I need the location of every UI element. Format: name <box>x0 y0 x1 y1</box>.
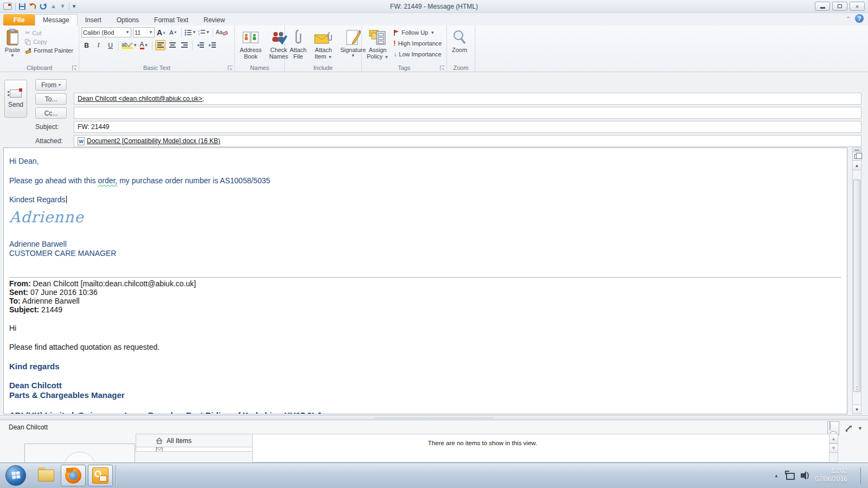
scroll-down-button[interactable]: ▼ <box>829 444 838 453</box>
message-body[interactable]: Hi Dean, Please go ahead with this order… <box>3 147 847 414</box>
align-left-button[interactable] <box>155 40 165 50</box>
outlook-window: ▲ ▼ ▾ FW: 21449 - Message (HTML) × File … <box>0 0 868 488</box>
firefox-icon <box>65 467 81 484</box>
close-button[interactable]: × <box>850 2 865 11</box>
group-tags: Assign Policy ▼ Follow Up▼ ! High Import… <box>362 25 447 72</box>
italic-button[interactable]: I <box>93 40 104 50</box>
expand-header-button[interactable] <box>853 152 861 161</box>
copy-button[interactable]: Copy <box>25 38 73 45</box>
clock-date: 07/06/2016 <box>815 476 847 484</box>
tab-file[interactable]: File <box>3 14 35 25</box>
taskbar-clock[interactable]: 12:02 07/06/2016 <box>815 467 847 484</box>
signature-title: CUSTOMER CARE MANAGER <box>9 249 841 258</box>
window-title: FW: 21449 - Message (HTML) <box>0 3 868 10</box>
cut-button[interactable]: ✂Cut <box>25 29 73 36</box>
svg-text:2: 2 <box>198 33 200 36</box>
assign-policy-button[interactable]: Assign Policy ▼ <box>364 27 391 63</box>
quoted-subject: Subject: 21449 <box>9 305 841 314</box>
tags-dialog-launcher[interactable]: ↘ <box>440 66 445 70</box>
attach-item-icon <box>314 28 333 47</box>
dropdown-arrow-icon: ▼ <box>328 55 332 60</box>
explorer-taskbar-button[interactable] <box>34 465 59 486</box>
high-importance-button[interactable]: ! High Importance <box>393 39 442 47</box>
cc-button[interactable]: Cc... <box>35 107 67 119</box>
quoted-divider <box>9 277 841 278</box>
scroll-down-button[interactable]: ▼ <box>853 404 861 414</box>
basic-text-dialog-launcher[interactable]: ↘ <box>228 66 233 70</box>
tab-format-text[interactable]: Format Text <box>146 14 196 25</box>
address-book-button[interactable]: Address Book <box>237 27 264 63</box>
format-painter-button[interactable]: Format Painter <box>25 47 73 54</box>
assign-policy-icon <box>369 28 386 47</box>
send-button[interactable]: Send <box>4 80 27 118</box>
group-basic-text: Calibri (Bod▼ 11▼ A▲ A▼ ▼ 12▼ Aa B I U a… <box>79 25 235 72</box>
start-button[interactable] <box>5 465 26 486</box>
people-pane-scrollbar[interactable]: ▲ ▼ <box>829 434 838 463</box>
volume-icon[interactable] <box>801 473 805 478</box>
shrink-font-button[interactable]: A▼ <box>168 27 178 37</box>
dropdown-arrow-icon: ▼ <box>384 55 388 60</box>
attach-file-button[interactable]: Attach File <box>287 27 309 63</box>
help-icon[interactable]: ? <box>855 14 864 23</box>
empty-view-text: There are no items to show in this view. <box>136 440 829 446</box>
quoted-from: From: Dean Chilcott [mailto:dean.chilcot… <box>9 279 841 288</box>
body-scrollbar[interactable]: ▲ ▼ <box>852 147 861 414</box>
taskbar: ▲ 12:02 07/06/2016 <box>0 463 868 488</box>
clipboard-dialog-launcher[interactable]: ↘ <box>72 66 77 70</box>
magnifier-icon <box>452 28 467 47</box>
collapse-ribbon-icon[interactable]: ⌃ <box>846 16 851 22</box>
send-icon <box>10 89 22 98</box>
outlook-taskbar-button[interactable] <box>88 465 113 486</box>
decrease-indent-button[interactable] <box>195 40 206 50</box>
pane-splitter[interactable] <box>0 415 868 420</box>
show-desktop-button[interactable] <box>860 467 868 484</box>
subject-field[interactable]: FW: 21449 <box>74 121 861 133</box>
attachment-link[interactable]: Document2 [Compatibility Mode].docx (16 … <box>78 137 220 145</box>
font-color-button[interactable]: A▼ <box>139 40 149 50</box>
grow-font-button[interactable]: A▲ <box>156 27 167 37</box>
bullets-button[interactable]: ▼ <box>184 27 196 37</box>
paste-button[interactable]: Paste ▼ <box>2 27 23 63</box>
dropdown-arrow-icon: ▼ <box>351 53 355 58</box>
numbering-button[interactable]: 12▼ <box>198 27 210 37</box>
to-field[interactable]: Dean Chilcott <dean.chilcott@abiuk.co.uk… <box>74 93 861 105</box>
restore-button[interactable] <box>832 2 847 11</box>
font-size-combo[interactable]: 11▼ <box>133 27 155 37</box>
tab-insert[interactable]: Insert <box>78 14 109 25</box>
network-icon[interactable] <box>785 472 794 479</box>
clear-formatting-button[interactable]: Aa <box>216 27 228 37</box>
bold-button[interactable]: B <box>81 40 92 50</box>
align-center-button[interactable] <box>167 40 177 50</box>
attach-item-button[interactable]: Attach Item ▼ <box>311 27 335 63</box>
align-right-button[interactable] <box>179 40 189 50</box>
ribbon: Paste ▼ ✂Cut Copy Format Painter Clipboa… <box>0 25 868 72</box>
tab-clipped[interactable] <box>136 447 252 452</box>
scroll-up-button[interactable]: ▲ <box>853 161 861 170</box>
chevron-down-icon[interactable]: ▼ <box>858 426 863 431</box>
taskbar-separator <box>116 465 116 486</box>
zoom-button[interactable]: Zoom <box>449 27 470 63</box>
contact-photo[interactable] <box>24 444 135 465</box>
scroll-up-button[interactable]: ▲ <box>829 434 838 444</box>
tab-message[interactable]: Message <box>35 14 78 25</box>
show-hidden-icons-button[interactable]: ▲ <box>774 473 778 478</box>
low-importance-button[interactable]: ↓ Low Importance <box>393 50 442 58</box>
tab-review[interactable]: Review <box>196 14 232 25</box>
highlight-button[interactable]: ab🖉▼ <box>122 40 137 50</box>
font-name-combo[interactable]: Calibri (Bod▼ <box>81 27 131 37</box>
tab-options[interactable]: Options <box>109 14 146 25</box>
increase-indent-button[interactable] <box>207 40 218 50</box>
to-button[interactable]: To... <box>35 93 67 105</box>
quoted-closing: Kind regards <box>9 362 841 371</box>
minimize-button[interactable] <box>815 2 830 11</box>
word-document-icon <box>78 137 85 145</box>
body-line: Please go ahead with this order, my purc… <box>9 176 841 185</box>
firefox-taskbar-button[interactable] <box>61 465 86 486</box>
scrollbar-resize-notch[interactable] <box>853 148 861 152</box>
follow-up-button[interactable]: Follow Up▼ <box>393 29 442 36</box>
cc-field[interactable] <box>74 107 861 119</box>
underline-button[interactable]: U <box>105 40 116 50</box>
expand-pane-icon[interactable] <box>845 425 852 432</box>
from-button[interactable]: From▾ <box>35 79 67 91</box>
scrollbar-thumb[interactable] <box>853 179 860 392</box>
